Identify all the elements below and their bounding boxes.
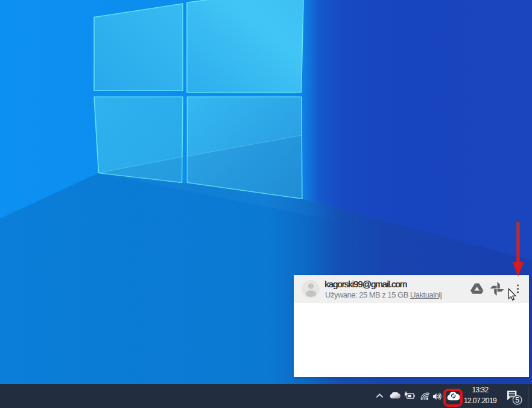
- svg-text:5: 5: [515, 396, 519, 404]
